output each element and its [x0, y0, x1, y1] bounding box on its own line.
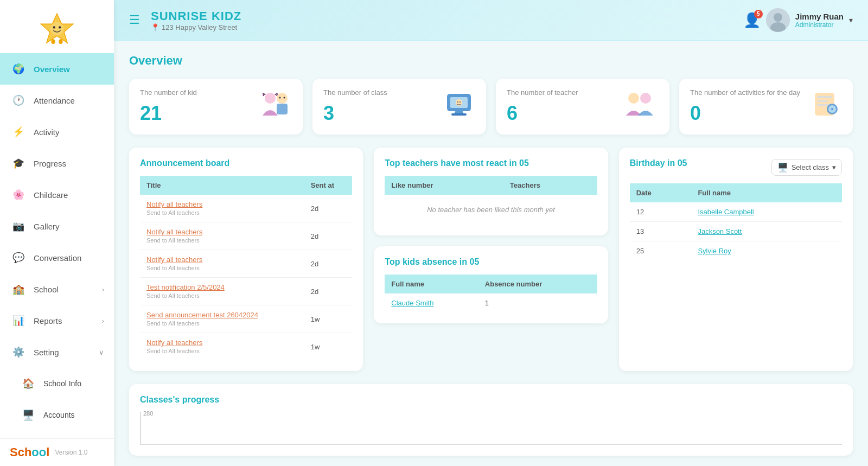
- globe-icon: 🌍: [10, 60, 27, 78]
- svg-point-19: [457, 101, 458, 103]
- sidebar-item-gallery[interactable]: 📷 Gallery: [0, 210, 114, 242]
- teachers-col-like: Like number: [385, 176, 503, 195]
- stat-kids-value: 21: [140, 102, 197, 125]
- birthday-row-date: 13: [630, 222, 692, 241]
- birthday-row-name[interactable]: Sylvie Roy: [691, 241, 842, 261]
- brand-school-text: School: [10, 445, 49, 459]
- notification-badge[interactable]: 👤 5: [743, 12, 761, 29]
- svg-point-1: [50, 22, 64, 36]
- top-absence-title: Top kids absence in 05: [385, 257, 597, 267]
- svg-point-20: [459, 101, 461, 103]
- absence-row-name[interactable]: Claude Smith: [385, 293, 478, 312]
- stat-class-label: The number of class: [323, 88, 387, 97]
- announcement-row-sent: 2d: [304, 222, 353, 250]
- sidebar-item-label: School: [34, 285, 59, 294]
- stat-teacher-label: The number of teacher: [507, 88, 578, 97]
- stat-kids-icon: [259, 88, 292, 125]
- header-address: 📍 123 Happy Valley Street: [151, 23, 241, 31]
- birthday-title: Birthday in 05: [630, 158, 687, 168]
- announcement-col-title: Title: [140, 176, 304, 195]
- dropdown-arrow-icon: ▾: [832, 163, 836, 171]
- user-role: Administrator: [795, 21, 844, 29]
- user-name: Jimmy Ruan: [795, 12, 844, 21]
- sidebar-item-school[interactable]: 🏫 School ›: [0, 273, 114, 305]
- reports-arrow-icon: ›: [102, 317, 104, 325]
- stat-class-value: 3: [323, 102, 387, 125]
- sidebar-item-reports[interactable]: 📊 Reports ›: [0, 305, 114, 336]
- announcement-col-sentat: Sent at: [304, 176, 353, 195]
- sidebar-item-school-info[interactable]: 🏠 School Info: [0, 368, 114, 399]
- announcement-row-sent: 1w: [304, 333, 353, 361]
- sidebar-item-label: Accounts: [43, 411, 75, 419]
- announcement-card: Announcement board Title Sent at Notify …: [129, 148, 363, 371]
- sidebar: 🌍 Overview 🕐 Attendance ⚡ Activity 🎓 Pro…: [0, 0, 114, 466]
- stat-teacher-icon: [621, 88, 659, 125]
- notification-count: 5: [754, 10, 763, 18]
- announcement-table: Title Sent at Notify all teachers Send t…: [140, 176, 352, 360]
- hamburger-menu-icon[interactable]: ☰: [129, 13, 140, 27]
- absence-col-name: Full name: [385, 275, 478, 293]
- sidebar-item-label: Activity: [34, 127, 60, 137]
- sidebar-item-conversation[interactable]: 💬 Conversation: [0, 242, 114, 273]
- stat-teacher-value: 6: [507, 102, 578, 125]
- sidebar-item-accounts[interactable]: 🖥️ Accounts: [0, 399, 114, 431]
- avatar-image: [766, 8, 790, 32]
- header-brand-block: SUNRISE KIDZ 📍 123 Happy Valley Street: [151, 9, 241, 31]
- sidebar-item-label: Setting: [34, 348, 59, 357]
- brand-logo: School: [10, 445, 49, 459]
- birthday-row-name[interactable]: Isabelle Campbell: [691, 202, 842, 222]
- childcare-icon: 🌸: [10, 186, 27, 203]
- birthday-col-date: Date: [630, 183, 692, 202]
- clock-icon: 🕐: [10, 92, 27, 109]
- svg-point-7: [774, 13, 782, 22]
- svg-point-2: [53, 26, 55, 28]
- table-row: Notify all teachers Send to All teachers…: [140, 195, 352, 222]
- conversation-icon: 💬: [10, 249, 27, 266]
- user-info-block: Jimmy Ruan Administrator: [795, 12, 844, 29]
- table-row: Notify all teachers Send to All teachers…: [140, 222, 352, 250]
- sidebar-item-label: Conversation: [34, 253, 81, 263]
- select-class-dropdown[interactable]: 🖥️ Select class ▾: [771, 159, 842, 176]
- sidebar-item-setting[interactable]: ⚙️ Setting ∨: [0, 336, 114, 368]
- accounts-icon: 🖥️: [20, 406, 37, 424]
- app-header: ☰ SUNRISE KIDZ 📍 123 Happy Valley Street…: [114, 0, 868, 41]
- sidebar-logo: [0, 0, 114, 53]
- announcement-row-title[interactable]: Notify all teachers Send to All teachers: [140, 222, 304, 250]
- stat-activities-icon: [809, 88, 842, 125]
- setting-icon: ⚙️: [10, 343, 27, 361]
- sidebar-navigation: 🌍 Overview 🕐 Attendance ⚡ Activity 🎓 Pro…: [0, 53, 114, 438]
- announcement-row-title[interactable]: Test notification 2/5/2024 Send to All t…: [140, 278, 304, 305]
- announcement-row-title[interactable]: Notify all teachers Send to All teachers: [140, 333, 304, 361]
- announcement-row-title[interactable]: Send announcement test 26042024 Send to …: [140, 305, 304, 333]
- user-dropdown-arrow-icon[interactable]: ▾: [849, 16, 853, 24]
- table-row: Notify all teachers Send to All teachers…: [140, 250, 352, 278]
- svg-rect-11: [277, 104, 288, 114]
- sidebar-item-label: Reports: [34, 316, 62, 325]
- sidebar-item-childcare[interactable]: 🌸 Childcare: [0, 179, 114, 210]
- page-title: Overview: [129, 54, 853, 68]
- sidebar-item-attendance[interactable]: 🕐 Attendance: [0, 85, 114, 116]
- sidebar-item-overview[interactable]: 🌍 Overview: [0, 53, 114, 85]
- birthday-row-name[interactable]: Jackson Scott: [691, 222, 842, 241]
- classes-progress-card: Classes's progress 280: [129, 384, 853, 456]
- stat-card-teacher: The number of teacher 6: [496, 79, 669, 135]
- svg-rect-25: [817, 100, 828, 102]
- svg-point-9: [265, 93, 276, 104]
- sidebar-footer: School Version 1.0: [0, 438, 114, 466]
- announcement-row-title[interactable]: Notify all teachers Send to All teachers: [140, 195, 304, 222]
- stat-activities-value: 0: [690, 102, 800, 125]
- svg-rect-24: [817, 96, 832, 98]
- sidebar-item-progress[interactable]: 🎓 Progress: [0, 148, 114, 179]
- sidebar-item-label: Attendance: [34, 96, 75, 105]
- sidebar-item-label: Gallery: [34, 222, 60, 231]
- announcement-row-title[interactable]: Notify all teachers Send to All teachers: [140, 250, 304, 278]
- table-row: Test notification 2/5/2024 Send to All t…: [140, 278, 352, 305]
- header-user-section[interactable]: 👤 5 Jimmy Ruan Administrator ▾: [743, 8, 853, 32]
- sidebar-item-activity[interactable]: ⚡ Activity: [0, 116, 114, 148]
- absence-col-count: Absence number: [478, 275, 597, 293]
- stat-card-activities: The number of activities for the day 0: [679, 79, 853, 135]
- activity-icon: ⚡: [10, 123, 27, 141]
- sidebar-item-label: Childcare: [34, 190, 68, 200]
- top-teachers-card: Top teachers have most react in 05 Like …: [374, 148, 608, 235]
- svg-point-3: [59, 26, 61, 28]
